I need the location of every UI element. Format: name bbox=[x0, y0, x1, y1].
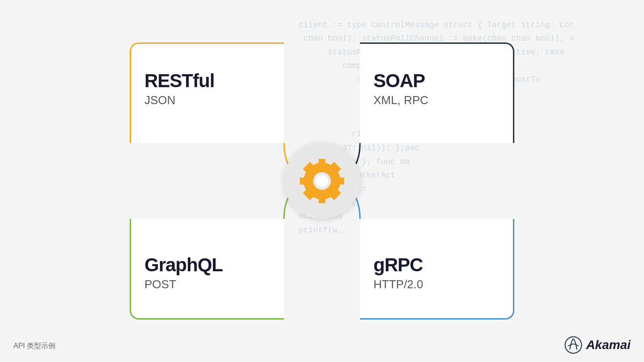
soap-subtitle: XML, RPC bbox=[373, 93, 500, 107]
svg-point-0 bbox=[316, 175, 329, 188]
quadrant-graphql: GraphQL POST bbox=[130, 219, 284, 320]
quadrant-restful: RESTful JSON bbox=[130, 42, 284, 143]
main-content: RESTful JSON SOAP XML, RPC GraphQL POST … bbox=[0, 0, 644, 362]
grpc-subtitle: HTTP/2.0 bbox=[373, 278, 500, 291]
caption: API 类型示例 bbox=[13, 341, 55, 351]
soap-title: SOAP bbox=[373, 71, 500, 91]
restful-subtitle: JSON bbox=[144, 93, 271, 107]
quadrant-grpc: gRPC HTTP/2.0 bbox=[360, 219, 514, 320]
center-gear-circle bbox=[284, 143, 360, 219]
graphql-subtitle: POST bbox=[144, 278, 271, 291]
akamai-logo-text: Akamai bbox=[586, 338, 631, 352]
akamai-logo: Akamai bbox=[564, 336, 631, 354]
grpc-title: gRPC bbox=[373, 255, 500, 275]
gear-icon bbox=[297, 156, 347, 206]
graphql-title: GraphQL bbox=[144, 255, 271, 275]
restful-title: RESTful bbox=[144, 71, 271, 91]
quadrant-soap: SOAP XML, RPC bbox=[360, 42, 514, 143]
akamai-logo-icon bbox=[564, 336, 582, 354]
diagram-container: RESTful JSON SOAP XML, RPC GraphQL POST … bbox=[130, 42, 514, 320]
